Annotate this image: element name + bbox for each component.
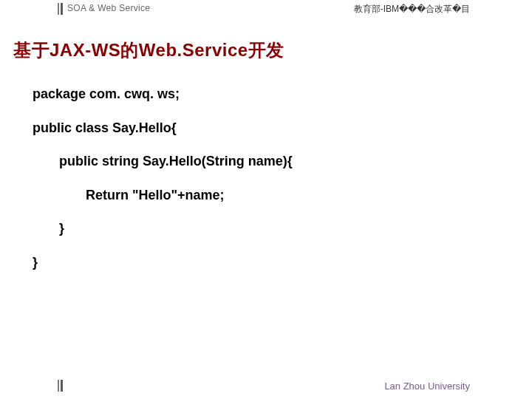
code-line: public class Say.Hello{ <box>33 114 532 143</box>
footer-text: Lan Zhou University <box>384 381 470 392</box>
slide-header: SOA & Web Service 教育部-IBM���合改革�目 <box>0 0 532 18</box>
code-line: } <box>59 214 532 244</box>
header-right-text: 教育部-IBM���合改革�目 <box>354 3 470 16</box>
code-line: } <box>33 248 532 278</box>
slide-title: 基于JAX-WS的Web.Service开发 <box>13 38 532 62</box>
code-line: package com. cwq. ws; <box>33 80 532 109</box>
header-left-text: SOA & Web Service <box>67 3 150 18</box>
code-line: Return "Hello"+name; <box>86 181 532 211</box>
code-block: package com. cwq. ws; public class Say.H… <box>33 80 532 278</box>
footer-left-decoration <box>58 380 63 392</box>
code-line: public string Say.Hello(String name){ <box>59 147 532 177</box>
header-left-decoration <box>58 3 63 15</box>
